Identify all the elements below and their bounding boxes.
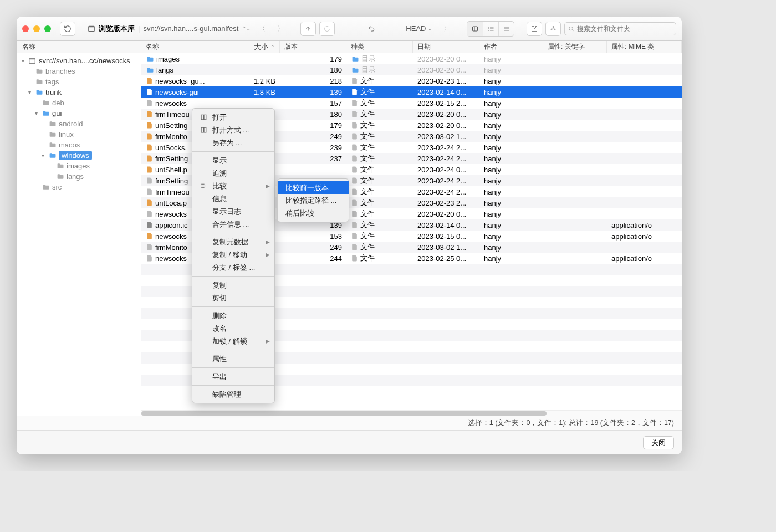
export-button[interactable] [527, 22, 542, 36]
menu-item[interactable]: 复制元数据▶ [192, 236, 274, 248]
tree-node[interactable]: ▾svn://svn.han....cc/newsocks [17, 55, 141, 66]
file-name: images [156, 55, 180, 63]
tree-node[interactable]: linux [17, 129, 141, 140]
table-row[interactable]: images179目录2023-02-20 0...hanjy [141, 53, 682, 64]
tree-label: src [52, 183, 62, 191]
book-icon [200, 114, 207, 121]
folder-icon [48, 141, 57, 149]
menu-label: 比较 [212, 181, 227, 191]
menu-item[interactable]: 打开 [192, 111, 274, 124]
view-sidebar-toggle[interactable] [467, 22, 483, 36]
col-mime[interactable]: 属性: MIME 类 [607, 41, 682, 53]
menu-item[interactable]: 合并信息 ... [192, 218, 274, 231]
tree-node[interactable]: android [17, 119, 141, 129]
file-date: 2023-02-24 2... [413, 177, 479, 185]
file-icon [146, 77, 153, 85]
col-keywords[interactable]: 属性: 关键字 [543, 41, 607, 53]
tree-node[interactable]: ▾trunk [17, 87, 141, 98]
menu-item[interactable]: 删除 [192, 309, 274, 322]
search-field[interactable] [564, 22, 676, 35]
file-kind: 文件 [346, 154, 413, 163]
view-detail-button[interactable] [498, 22, 514, 36]
table-row[interactable]: newsocks_gu...1.2 KB218文件2023-02-23 1...… [141, 75, 682, 86]
menu-item[interactable]: 复制 [192, 279, 274, 291]
tree-node[interactable]: ▾gui [17, 108, 141, 119]
sidebar-header: 名称 [17, 41, 141, 53]
file-icon [146, 188, 153, 196]
menu-item[interactable]: 导出 [192, 370, 274, 383]
rev-next-button[interactable]: 〉 [439, 22, 455, 36]
submenu-item[interactable]: 比较前一版本 [278, 181, 349, 194]
menu-label: 复制 [212, 280, 227, 290]
tree-node[interactable]: deb [17, 98, 141, 108]
col-date[interactable]: 日期 [413, 41, 479, 53]
nav-forward-button[interactable]: 〉 [273, 22, 288, 36]
menu-item[interactable]: 另存为 ... [192, 136, 274, 149]
file-date: 2023-02-20 0... [413, 110, 479, 119]
col-name[interactable]: 名称 [141, 41, 213, 53]
tree-node[interactable]: branches [17, 66, 141, 76]
menu-item[interactable]: 显示 [192, 154, 274, 167]
repo-path[interactable]: svn://svn.han....s-gui.manifest [143, 24, 238, 33]
file-author: hanjy [479, 144, 543, 152]
col-revision[interactable]: 版本 [280, 41, 346, 53]
tree-node[interactable]: langs [17, 171, 141, 182]
up-button[interactable] [300, 22, 316, 36]
file-name: untSocks. [155, 144, 187, 152]
file-date: 2023-02-24 0... [413, 166, 479, 174]
menu-item[interactable]: 加锁 / 解锁▶ [192, 335, 274, 347]
reload-button[interactable] [60, 22, 75, 36]
kind-icon [351, 221, 358, 229]
file-icon [146, 110, 153, 118]
undo-button[interactable] [364, 22, 379, 36]
menu-item[interactable]: 分支 / 标签 ... [192, 261, 274, 274]
menu-item[interactable]: 追溯 [192, 167, 274, 180]
tree-node[interactable]: macos [17, 140, 141, 150]
file-name: untShell.p [155, 166, 187, 174]
window: 浏览版本库 | svn://svn.han....s-gui.manifest … [17, 17, 682, 454]
minimize-window-button[interactable] [33, 25, 40, 32]
svg-point-8 [488, 28, 489, 29]
file-date: 2023-02-23 2... [413, 199, 479, 207]
close-button[interactable]: 关闭 [643, 436, 674, 449]
file-kind: 文件 [346, 165, 413, 175]
menu-item[interactable]: 属性 [192, 352, 274, 365]
close-window-button[interactable] [22, 25, 29, 32]
file-author: hanjy [479, 243, 543, 252]
submenu-item[interactable]: 比较指定路径 ... [278, 194, 349, 207]
tree-node[interactable]: src [17, 182, 141, 192]
menu-item[interactable]: 比较▶ [192, 180, 274, 192]
kind-icon [351, 99, 358, 107]
table-row[interactable]: langs180目录2023-02-20 0...hanjy [141, 64, 682, 75]
menu-item[interactable]: 复制 / 移动▶ [192, 248, 274, 261]
tree-node[interactable]: tags [17, 76, 141, 87]
revision-selector[interactable]: HEAD ⌄ [402, 22, 436, 36]
search-input[interactable] [577, 25, 672, 33]
submenu-item[interactable]: 稍后比较 [278, 207, 349, 219]
refresh-button[interactable] [319, 22, 335, 36]
menu-item[interactable]: 显示日志 [192, 205, 274, 218]
table-row[interactable]: newsocks-gui1.8 KB139文件2023-02-14 0...ha… [141, 86, 682, 98]
menu-item[interactable]: 剪切 [192, 291, 274, 304]
table-row[interactable]: newsocks157文件2023-02-15 2...hanjy [141, 98, 682, 109]
nav-back-button[interactable]: 〈 [254, 22, 269, 36]
path-dropdown-icon[interactable]: ⌃⌄ [242, 25, 251, 32]
tree-node[interactable]: ▾windows [17, 150, 141, 161]
properties-button[interactable] [545, 22, 561, 36]
menu-label: 删除 [212, 311, 227, 321]
col-size[interactable]: 大小⌃ [213, 41, 280, 53]
menu-item[interactable]: 信息 [192, 192, 274, 205]
menu-item[interactable]: 打开方式 ... [192, 124, 274, 136]
view-list-button[interactable] [483, 22, 498, 36]
tree-node[interactable]: images [17, 161, 141, 171]
horizontal-scrollbar[interactable] [141, 410, 682, 416]
col-kind[interactable]: 种类 [346, 41, 413, 53]
folder-icon [41, 110, 50, 117]
col-author[interactable]: 作者 [479, 41, 543, 53]
kind-icon [351, 132, 358, 140]
menu-item[interactable]: 改名 [192, 322, 274, 335]
file-kind: 目录 [346, 54, 413, 64]
menu-item[interactable]: 缺陷管理 [192, 388, 274, 401]
tree-label: macos [59, 141, 80, 149]
maximize-window-button[interactable] [44, 25, 51, 32]
